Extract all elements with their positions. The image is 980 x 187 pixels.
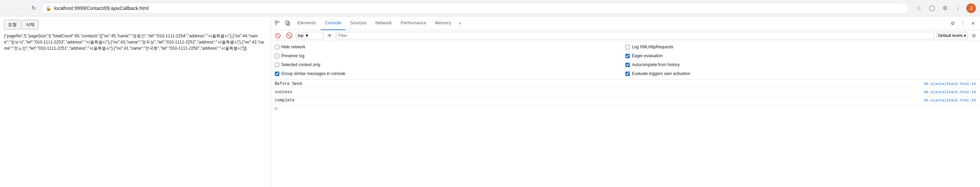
url-text: localhost:9999/Contact/09.ajaxCallback.h… xyxy=(54,5,904,11)
eager-eval-checkbox[interactable] xyxy=(625,54,630,58)
message-link-2[interactable]: 09.ajaxCallback.html:26 xyxy=(924,98,976,102)
more-icon[interactable]: ⋮ xyxy=(953,3,963,13)
message-text-1: success xyxy=(275,90,292,95)
log-xml-label: Log XMLHttpRequests xyxy=(632,44,673,49)
preserve-log-row: Preserve log xyxy=(275,52,625,60)
devtools-more-button[interactable]: ⋮ xyxy=(958,19,968,28)
default-levels-selector[interactable]: Default levels ▾ xyxy=(937,32,968,40)
context-selector[interactable]: top ▼ xyxy=(296,32,323,40)
preserve-log-checkbox[interactable] xyxy=(275,54,279,58)
block-icon[interactable]: 🚫 xyxy=(285,31,294,40)
back-button[interactable]: ← xyxy=(4,3,14,13)
json-output: {"pageNo":5,"pageSize":5,"totalCount":65… xyxy=(4,33,266,51)
extension-icon[interactable]: ⚙ xyxy=(940,3,950,13)
inspect-element-button[interactable] xyxy=(273,19,282,28)
tab-performance[interactable]: Performance xyxy=(396,16,430,30)
devtools-panel: Elements Console Sources Network Perform… xyxy=(271,16,980,187)
evaluate-triggers-label: Evaluate triggers user activation xyxy=(632,71,690,76)
tab-console[interactable]: Console xyxy=(321,16,345,30)
devtools-close-button[interactable]: ✕ xyxy=(968,19,978,28)
console-messages: Before Send 09.ajaxCallback.html:16 succ… xyxy=(271,80,980,187)
group-similar-label: Group similar messages in console xyxy=(281,71,345,76)
devtools-toolbar: Elements Console Sources Network Perform… xyxy=(271,16,980,30)
reload-button[interactable]: ↻ xyxy=(29,3,38,13)
eye-icon[interactable]: 👁 xyxy=(326,32,334,40)
avatar[interactable]: J xyxy=(966,3,976,13)
message-text-2: complete xyxy=(275,98,295,103)
tab-memory[interactable]: Memory xyxy=(431,16,455,30)
evaluate-triggers-row: Evaluate triggers user activation xyxy=(625,70,976,78)
group-similar-row: Group similar messages in console xyxy=(275,70,625,78)
svg-rect-3 xyxy=(286,21,288,25)
settings-col-right: Log XMLHttpRequests Eager evaluation Aut… xyxy=(625,43,976,78)
selected-context-label: Selected context only xyxy=(281,62,320,67)
lock-icon: 🔒 xyxy=(46,5,51,11)
main-area: 요청 삭제 {"pageNo":5,"pageSize":5,"totalCou… xyxy=(0,16,980,187)
eager-eval-label: Eager evaluation xyxy=(632,54,663,58)
fetch-button[interactable]: 요청 xyxy=(4,20,21,29)
address-bar[interactable]: 🔒 localhost:9999/Contact/09.ajaxCallback… xyxy=(41,3,909,14)
console-settings-panel: Hide network Preserve log Selected conte… xyxy=(271,41,980,80)
log-xml-row: Log XMLHttpRequests xyxy=(625,43,976,51)
console-message-2: complete 09.ajaxCallback.html:26 xyxy=(271,96,980,105)
bookmark-icon[interactable]: ☆ xyxy=(914,3,924,13)
page-content: 요청 삭제 {"pageNo":5,"pageSize":5,"totalCou… xyxy=(0,16,271,187)
profile-icon[interactable]: ◯ xyxy=(927,3,937,13)
autocomplete-label: Autocomplete from history xyxy=(632,62,679,67)
console-prompt: > xyxy=(271,105,980,113)
settings-col-left: Hide network Preserve log Selected conte… xyxy=(275,43,625,78)
evaluate-triggers-checkbox[interactable] xyxy=(625,71,630,76)
more-tabs-button[interactable]: » xyxy=(456,16,464,30)
log-xml-checkbox[interactable] xyxy=(625,45,630,49)
message-text-0: Before Send xyxy=(275,81,302,86)
devtools-settings-button[interactable]: ⚙ xyxy=(948,19,958,28)
console-settings-icon[interactable]: ⚙ xyxy=(970,32,978,40)
tab-elements[interactable]: Elements xyxy=(293,16,320,30)
button-group: 요청 삭제 xyxy=(4,20,266,29)
tab-sources[interactable]: Sources xyxy=(346,16,371,30)
tab-network[interactable]: Network xyxy=(371,16,396,30)
message-link-0[interactable]: 09.ajaxCallback.html:16 xyxy=(924,82,976,86)
autocomplete-checkbox[interactable] xyxy=(625,63,630,67)
eager-eval-row: Eager evaluation xyxy=(625,52,976,60)
preserve-log-label: Preserve log xyxy=(281,54,304,58)
hide-network-checkbox[interactable] xyxy=(275,45,279,49)
device-toolbar-button[interactable] xyxy=(283,19,293,28)
console-message-0: Before Send 09.ajaxCallback.html:16 xyxy=(271,80,980,88)
filter-input[interactable] xyxy=(336,32,934,40)
message-link-1[interactable]: 09.ajaxCallback.html:19 xyxy=(924,90,976,94)
forward-button[interactable]: → xyxy=(16,3,26,13)
delete-button[interactable]: 삭제 xyxy=(22,20,38,29)
prompt-arrow: > xyxy=(275,106,278,111)
hide-network-label: Hide network xyxy=(281,44,305,49)
devtools-toolbar-right: ⚙ ⋮ ✕ xyxy=(948,19,978,28)
group-similar-checkbox[interactable] xyxy=(275,71,279,76)
console-message-1: success 09.ajaxCallback.html:19 xyxy=(271,88,980,96)
selected-context-row: Selected context only xyxy=(275,61,625,68)
svg-rect-0 xyxy=(275,21,277,23)
toolbar-right: ☆ ◯ ⚙ ⋮ J xyxy=(914,3,976,13)
console-toolbar: 🚫 🚫 top ▼ 👁 Default levels ▾ ⚙ xyxy=(271,30,980,41)
clear-console-button[interactable]: 🚫 xyxy=(273,31,282,40)
selected-context-checkbox[interactable] xyxy=(275,63,279,67)
hide-network-row: Hide network xyxy=(275,43,625,51)
browser-toolbar: ← → ↻ 🔒 localhost:9999/Contact/09.ajaxCa… xyxy=(0,0,980,16)
autocomplete-row: Autocomplete from history xyxy=(625,61,976,68)
